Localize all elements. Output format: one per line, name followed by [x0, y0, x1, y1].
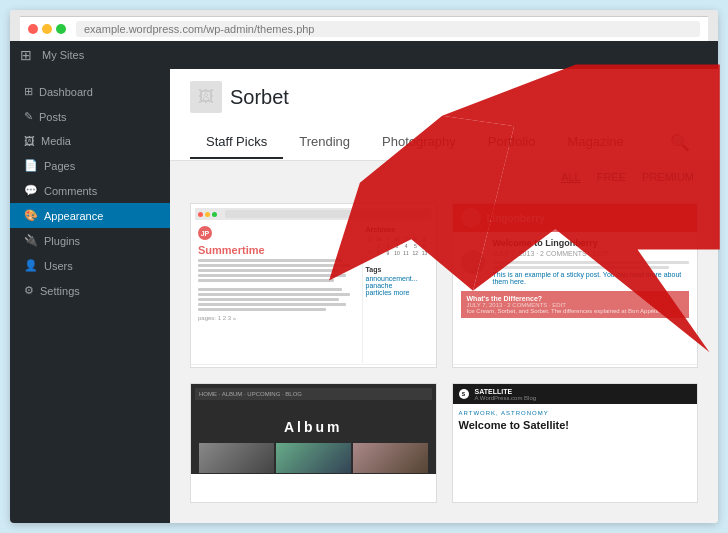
- sidebar-label-settings: Settings: [40, 285, 80, 297]
- lingonberry-preview: Lingonberry Welcome to Lingonberry JULY …: [453, 204, 698, 364]
- media-icon: 🖼: [24, 135, 35, 147]
- lingonberry-cta-title: What's the Difference?: [467, 295, 684, 302]
- lingonberry-cta-text: Ice Cream, Sorbet, and Sorbet. The diffe…: [467, 308, 684, 314]
- sidebar-item-settings[interactable]: ⚙ Settings: [10, 278, 170, 303]
- sidebar-item-plugins[interactable]: 🔌 Plugins: [10, 228, 170, 253]
- tab-magazine[interactable]: Magazine: [551, 126, 639, 159]
- theme-tabs: Staff Picks Trending Photography Portfol…: [190, 125, 698, 160]
- album-image-3: [353, 443, 428, 473]
- lingonberry-date: JULY 7, 2013 · 2 COMMENTS · EDIT: [493, 250, 690, 257]
- sorbet-preview: JP Summertime: [191, 204, 436, 364]
- lingonberry-sticky-note: This is an example of a sticky post. You…: [493, 271, 690, 285]
- outer-frame: example.wordpress.com/wp-admin/themes.ph…: [0, 0, 728, 533]
- sidebar-label-dashboard: Dashboard: [39, 86, 93, 98]
- satellite-welcome: Welcome to Satellite!: [459, 419, 692, 431]
- maximize-button-icon[interactable]: [56, 24, 66, 34]
- sidebar-item-users[interactable]: 👤 Users: [10, 253, 170, 278]
- traffic-lights: [28, 24, 66, 34]
- lingonberry-cta: What's the Difference? JULY 7, 2013 · 2 …: [461, 291, 690, 318]
- theme-card-lingonberry: Lingonberry Welcome to Lingonberry JULY …: [452, 203, 699, 368]
- close-button-icon[interactable]: [28, 24, 38, 34]
- sidebar-item-posts[interactable]: ✎ Posts: [10, 104, 170, 129]
- sidebar-item-pages[interactable]: 📄 Pages: [10, 153, 170, 178]
- users-icon: 👤: [24, 259, 38, 272]
- wp-main-header: 🖼 Sorbet Staff Picks Trending Photograph…: [170, 69, 718, 161]
- sidebar-label-media: Media: [41, 135, 71, 147]
- tab-staff-picks[interactable]: Staff Picks: [190, 126, 283, 159]
- theme-card-album: HOME · ALBUM · UPCOMING · BLOG Album: [190, 383, 437, 503]
- dashboard-icon: ⊞: [24, 85, 33, 98]
- wp-top-bar: ⊞ My Sites: [10, 41, 718, 69]
- satellite-subtitle: A WordPress.com Blog: [475, 395, 537, 401]
- wp-sidebar: ⊞ Dashboard ✎ Posts 🖼 Media 📄 Pages: [10, 69, 170, 523]
- lingonberry-site-name: Lingonberry: [487, 213, 545, 224]
- satellite-preview-area: S SATELLITE A WordPress.com Blog AR: [453, 384, 698, 474]
- tab-portfolio[interactable]: Portfolio: [472, 126, 552, 159]
- filter-free[interactable]: FREE: [593, 169, 630, 185]
- wp-main: 🖼 Sorbet Staff Picks Trending Photograph…: [170, 69, 718, 523]
- address-bar[interactable]: example.wordpress.com/wp-admin/themes.ph…: [76, 21, 700, 37]
- filter-bar: ALL FREE PREMIUM: [170, 161, 718, 193]
- sidebar-label-appearance: Appearance: [44, 210, 103, 222]
- theme-card-satellite: S SATELLITE A WordPress.com Blog AR: [452, 383, 699, 503]
- sidebar-label-pages: Pages: [44, 160, 75, 172]
- sidebar-label-plugins: Plugins: [44, 235, 80, 247]
- site-title: Sorbet: [230, 86, 289, 109]
- filter-premium[interactable]: PREMIUM: [638, 169, 698, 185]
- wp-admin: ⊞ My Sites ⊞ Dashboard ✎ Posts 🖼: [10, 41, 718, 523]
- album-nav: HOME · ALBUM · UPCOMING · BLOG: [199, 391, 302, 397]
- theme-card-sorbet: JP Summertime: [190, 203, 437, 368]
- site-avatar: 🖼: [190, 81, 222, 113]
- filter-all[interactable]: ALL: [557, 169, 585, 185]
- posts-icon: ✎: [24, 110, 33, 123]
- minimize-button-icon[interactable]: [42, 24, 52, 34]
- tab-photography[interactable]: Photography: [366, 126, 472, 159]
- site-title-row: 🖼 Sorbet: [190, 81, 698, 113]
- satellite-site-name: SATELLITE: [475, 388, 537, 395]
- satellite-tag: ARTWORK, ASTRONOMY: [459, 410, 692, 416]
- plugins-icon: 🔌: [24, 234, 38, 247]
- pages-icon: 📄: [24, 159, 38, 172]
- theme-grid: JP Summertime: [170, 193, 718, 523]
- browser-address-row: example.wordpress.com/wp-admin/themes.ph…: [20, 16, 708, 41]
- tab-trending[interactable]: Trending: [283, 126, 366, 159]
- wp-content-area: ⊞ Dashboard ✎ Posts 🖼 Media 📄 Pages: [10, 69, 718, 523]
- lingonberry-footer: Lingonberry Demo ▶ Activate: [453, 364, 698, 368]
- sidebar-item-comments[interactable]: 💬 Comments: [10, 178, 170, 203]
- satellite-logo-icon: S: [459, 389, 469, 399]
- sidebar-item-media[interactable]: 🖼 Media: [10, 129, 170, 153]
- album-image-1: [199, 443, 274, 473]
- sidebar-item-dashboard[interactable]: ⊞ Dashboard: [10, 79, 170, 104]
- sidebar-item-appearance[interactable]: 🎨 Appearance: [10, 203, 170, 228]
- settings-icon: ⚙: [24, 284, 34, 297]
- sidebar-label-users: Users: [44, 260, 73, 272]
- sorbet-footer: Sorbet ACTIVE ✏ Customize: [191, 364, 436, 368]
- filter-options: ALL FREE PREMIUM: [557, 169, 698, 185]
- sidebar-label-comments: Comments: [44, 185, 97, 197]
- sidebar-label-posts: Posts: [39, 111, 67, 123]
- wp-logo-icon: ⊞: [20, 47, 32, 63]
- browser-window: example.wordpress.com/wp-admin/themes.ph…: [10, 10, 718, 523]
- top-bar-label: My Sites: [42, 49, 84, 61]
- album-preview: HOME · ALBUM · UPCOMING · BLOG Album: [191, 384, 436, 474]
- appearance-icon: 🎨: [24, 209, 38, 222]
- search-icon[interactable]: 🔍: [662, 125, 698, 160]
- comments-icon: 💬: [24, 184, 38, 197]
- album-image-2: [276, 443, 351, 473]
- browser-chrome: example.wordpress.com/wp-admin/themes.ph…: [10, 10, 718, 41]
- lingonberry-welcome-title: Welcome to Lingonberry: [493, 238, 690, 248]
- album-title: Album: [195, 404, 432, 443]
